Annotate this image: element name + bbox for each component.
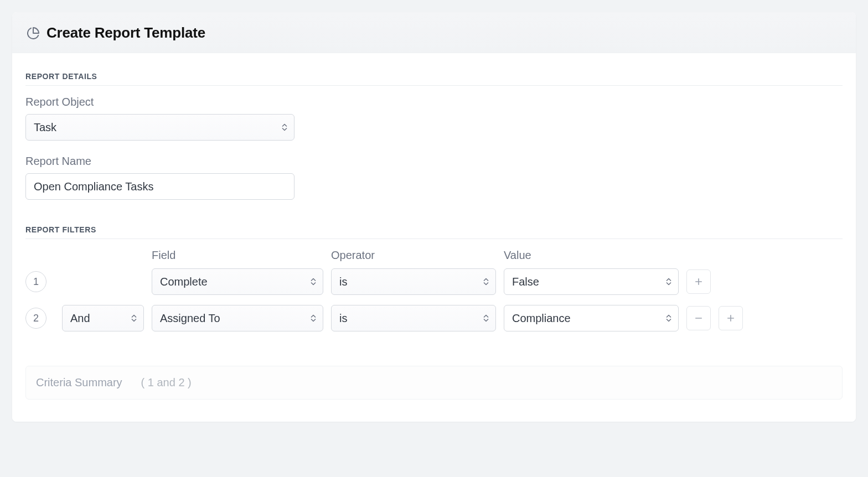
panel-body: REPORT DETAILS Report Object Task Report…	[12, 53, 856, 422]
col-header-value: Value	[504, 249, 679, 262]
updown-icon	[666, 278, 671, 286]
filter-field-select[interactable]: Assigned To	[152, 305, 323, 331]
updown-icon	[483, 315, 489, 322]
filter-field-select[interactable]: Complete	[152, 268, 323, 295]
filter-operator-value: is	[339, 276, 347, 288]
updown-icon	[311, 315, 316, 322]
filter-row-num: 1	[25, 271, 46, 292]
add-filter-button[interactable]	[719, 306, 743, 330]
report-name-label: Report Name	[25, 155, 843, 168]
filter-value-text: Compliance	[512, 312, 571, 325]
filter-field-value: Complete	[160, 276, 208, 288]
report-name-input[interactable]: Open Compliance Tasks	[25, 173, 294, 200]
report-object-label: Report Object	[25, 96, 843, 108]
field-group-report-object: Report Object Task	[25, 96, 843, 141]
filter-value-input[interactable]: Compliance	[504, 305, 679, 331]
updown-icon	[311, 278, 316, 286]
add-filter-button[interactable]	[686, 269, 711, 294]
updown-icon	[131, 315, 137, 322]
updown-icon	[666, 315, 671, 322]
panel-header: Create Report Template	[12, 12, 856, 53]
filter-operator-select[interactable]: is	[331, 268, 496, 295]
create-report-panel: Create Report Template REPORT DETAILS Re…	[12, 12, 856, 422]
filter-row-num: 2	[25, 308, 46, 329]
col-header-operator: Operator	[331, 249, 496, 262]
section-label-details: REPORT DETAILS	[25, 72, 843, 86]
filters-grid: Field Operator Value 1 Complete	[25, 249, 843, 341]
filter-value-input[interactable]: False	[504, 268, 679, 295]
section-label-filters: REPORT FILTERS	[25, 225, 843, 239]
filter-operator-select[interactable]: is	[331, 305, 496, 331]
report-name-value: Open Compliance Tasks	[34, 180, 153, 193]
filter-field-value: Assigned To	[160, 312, 220, 325]
pie-chart-icon	[27, 27, 40, 40]
criteria-summary-value: ( 1 and 2 )	[141, 376, 192, 389]
criteria-summary-label: Criteria Summary	[36, 376, 122, 389]
report-object-select[interactable]: Task	[25, 114, 294, 141]
updown-icon	[282, 124, 287, 131]
filter-logic-select[interactable]: And	[62, 305, 144, 331]
filter-logic-value: And	[70, 312, 90, 325]
remove-filter-button[interactable]	[686, 306, 711, 330]
filter-operator-value: is	[339, 312, 347, 325]
page-title: Create Report Template	[46, 24, 205, 42]
col-header-field: Field	[152, 249, 323, 262]
criteria-summary-row: Criteria Summary ( 1 and 2 )	[25, 366, 843, 400]
report-object-value: Task	[34, 121, 56, 134]
field-group-report-name: Report Name Open Compliance Tasks	[25, 155, 843, 200]
filters-section: REPORT FILTERS Field Operator Value 1 Co…	[25, 225, 843, 400]
updown-icon	[483, 278, 489, 286]
filter-value-text: False	[512, 276, 539, 288]
